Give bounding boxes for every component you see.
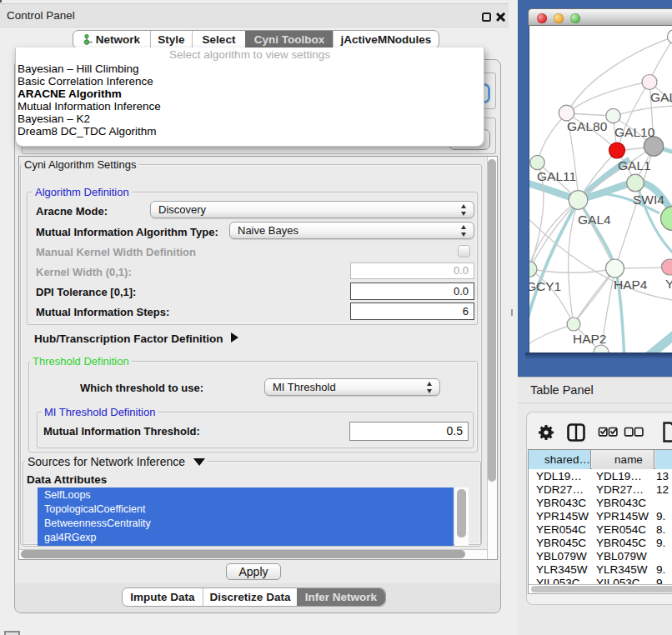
svg-text:GAL1: GAL1 (618, 158, 651, 172)
svg-text:GAL8: GAL8 (650, 90, 672, 104)
svg-text:SWI4: SWI4 (633, 192, 664, 207)
svg-text:GAL4: GAL4 (578, 212, 611, 227)
svg-text:GAL80: GAL80 (567, 119, 608, 133)
svg-text:HAP4: HAP4 (614, 278, 648, 292)
svg-text:GAL11: GAL11 (537, 169, 576, 183)
svg-text:Y: Y (665, 277, 672, 291)
svg-text:GAL10: GAL10 (614, 125, 655, 139)
svg-text:GCY1: GCY1 (529, 279, 561, 293)
svg-text:HAP2: HAP2 (573, 332, 607, 346)
